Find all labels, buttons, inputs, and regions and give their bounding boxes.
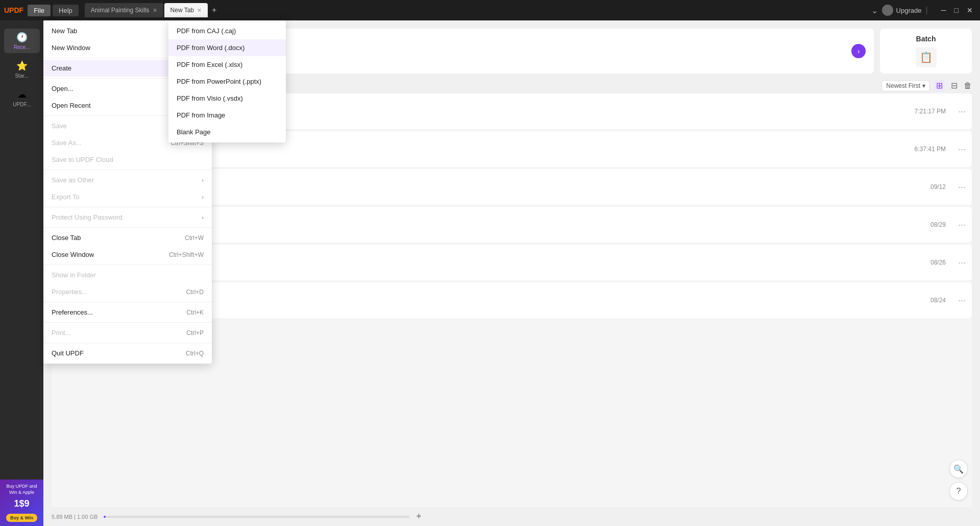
tab-new-tab[interactable]: New Tab ✕ (164, 3, 208, 17)
menu-divider (43, 227, 212, 228)
avatar (882, 5, 893, 16)
cloud-icon: ☁ (17, 89, 27, 100)
list-view-button[interactable]: ⊟ (949, 80, 960, 91)
storage-used-label: 5.89 MB | 1.00 GB (52, 514, 97, 520)
menu-divider (43, 207, 212, 207)
bottom-bar: 5.89 MB | 1.00 GB + (43, 507, 980, 526)
promo-banner: Buy UPDF and Win & Apple 1$9 Buy & Win (0, 480, 43, 526)
close-tab1-icon[interactable]: ✕ (153, 7, 157, 14)
open-file-arrow-button[interactable]: › (851, 44, 866, 58)
menu-divider (43, 343, 212, 343)
submenu-item-pdf-word[interactable]: PDF from Word (.docx) (168, 39, 286, 56)
sidebar: 🕐 Rece... ⭐ Star... ☁ UPDF... Buy UPDF a… (0, 20, 43, 526)
chevron-down-icon[interactable]: ⌄ (871, 6, 878, 15)
separator: | (925, 6, 927, 15)
batch-title: Batch (886, 35, 966, 43)
submenu-item-blank-page[interactable]: Blank Page (168, 124, 286, 140)
promo-text: Buy UPDF and Win & Apple (4, 484, 39, 495)
search-icon: 🔍 (953, 464, 964, 474)
minimize-button[interactable]: ─ (938, 5, 949, 15)
promo-badge: 1$9 (4, 498, 39, 510)
export-to-arrow-icon: › (202, 194, 204, 201)
buy-win-button[interactable]: Buy & Win (6, 514, 37, 522)
close-window-button[interactable]: ✕ (964, 5, 976, 15)
submenu-item-pdf-visio[interactable]: PDF from Visio (.vsdx) (168, 90, 286, 107)
menu-divider (43, 170, 212, 170)
batch-icon: 📋 (920, 52, 933, 63)
storage-progress-bar (104, 516, 410, 518)
sidebar-item-cloud[interactable]: ☁ UPDF... (4, 86, 40, 110)
recent-icon: 🕐 (16, 32, 28, 43)
menu-item-quit[interactable]: Quit UPDF Ctrl+Q (43, 345, 212, 362)
search-fab-button[interactable]: 🔍 (949, 460, 968, 478)
close-tab2-icon[interactable]: ✕ (197, 7, 202, 14)
storage-progress-fill (104, 516, 106, 518)
submenu-item-pdf-image[interactable]: PDF from Image (168, 107, 286, 124)
submenu-item-pdf-excel[interactable]: PDF from Excel (.xlsx) (168, 56, 286, 73)
menu-divider (43, 302, 212, 302)
file-more-button[interactable]: ··· (958, 182, 966, 193)
file-more-button[interactable]: ··· (958, 144, 966, 155)
menu-item-save-other[interactable]: Save as Other › (43, 172, 212, 188)
menu-divider (43, 322, 212, 323)
file-more-button[interactable]: ··· (958, 257, 966, 268)
help-icon: ? (957, 487, 961, 496)
create-submenu[interactable]: PDF from CAJ (.caj) PDF from Word (.docx… (168, 20, 286, 142)
menu-item-save-cloud[interactable]: Save to UPDF Cloud (43, 151, 212, 168)
save-other-arrow-icon: › (202, 177, 204, 184)
menu-divider (43, 265, 212, 265)
window-controls: ─ □ ✕ (938, 5, 976, 15)
delete-button[interactable]: 🗑 (964, 81, 972, 90)
help-menu-button[interactable]: Help (53, 5, 79, 16)
menu-item-export-to[interactable]: Export To › (43, 188, 212, 205)
menu-item-protect[interactable]: Protect Using Password › (43, 209, 212, 226)
sort-arrow-icon: ▾ (922, 82, 925, 89)
menu-item-properties[interactable]: Properties... Ctrl+D (43, 283, 212, 300)
help-fab-button[interactable]: ? (949, 482, 968, 500)
sidebar-item-recent[interactable]: 🕐 Rece... (4, 29, 40, 53)
protect-arrow-icon: › (202, 214, 204, 221)
add-storage-button[interactable]: + (416, 511, 422, 522)
menu-item-show-folder[interactable]: Show in Folder (43, 267, 212, 283)
file-menu-button[interactable]: File (28, 5, 51, 16)
app-logo: UPDF (4, 6, 23, 14)
file-more-button[interactable]: ··· (958, 295, 966, 306)
file-more-button[interactable]: ··· (958, 220, 966, 230)
menu-item-close-window[interactable]: Close Window Ctrl+Shift+W (43, 246, 212, 263)
upgrade-button[interactable]: Upgrade (882, 5, 922, 16)
file-more-button[interactable]: ··· (958, 106, 966, 117)
sort-dropdown[interactable]: Newest First ▾ (881, 80, 930, 91)
tab-animal-painting[interactable]: Animal Painting Skills ✕ (85, 3, 163, 17)
batch-icon-button[interactable]: 📋 (916, 47, 937, 67)
titlebar-right: ⌄ Upgrade | ─ □ ✕ (871, 5, 976, 16)
submenu-item-pdf-pptx[interactable]: PDF from PowerPoint (.pptx) (168, 73, 286, 90)
menu-item-close-tab[interactable]: Close Tab Ctrl+W (43, 229, 212, 246)
menu-item-preferences[interactable]: Preferences... Ctrl+K (43, 304, 212, 321)
add-tab-button[interactable]: + (209, 6, 219, 15)
tabs-area: Animal Painting Skills ✕ New Tab ✕ + (85, 3, 871, 17)
sidebar-item-starred[interactable]: ⭐ Star... (4, 57, 40, 82)
grid-view-button[interactable]: ⊞ (934, 80, 945, 91)
submenu-item-pdf-caj[interactable]: PDF from CAJ (.caj) (168, 22, 286, 39)
batch-card: Batch 📋 (880, 29, 972, 74)
maximize-button[interactable]: □ (951, 5, 962, 15)
menu-item-print[interactable]: Print... Ctrl+P (43, 324, 212, 341)
titlebar: UPDF File Help Animal Painting Skills ✕ … (0, 0, 980, 20)
fab-area: 🔍 ? (949, 460, 968, 500)
starred-icon: ⭐ (16, 60, 28, 71)
